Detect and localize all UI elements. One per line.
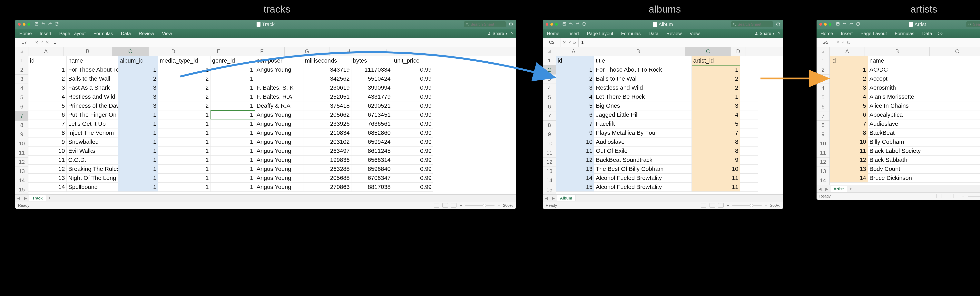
maximize-icon[interactable] (555, 23, 558, 26)
cell[interactable]: Balls to the Wall (67, 74, 118, 83)
cell[interactable]: Angus Young (255, 155, 304, 165)
ribbon-tab-view[interactable]: View (158, 31, 176, 36)
cell[interactable]: 1 (210, 164, 255, 174)
cell[interactable] (936, 65, 980, 74)
cell[interactable]: Inject The Venom (67, 128, 118, 138)
cell[interactable]: 2 (692, 83, 740, 93)
search-input[interactable] (464, 21, 506, 27)
cell[interactable]: The Best Of Billy Cobham (594, 164, 692, 174)
cell[interactable]: 1 (210, 128, 255, 138)
cell[interactable]: AC/DC (868, 65, 936, 74)
cell[interactable]: Alcohol Fueled Brewtality (594, 173, 692, 182)
row-header-3[interactable]: 3 (816, 75, 830, 84)
cell[interactable]: 263497 (304, 146, 352, 155)
cell[interactable]: 13 (556, 164, 594, 174)
cell[interactable]: 0.99 (392, 146, 433, 155)
zoom-out-icon[interactable]: − (727, 203, 729, 208)
ribbon-tab-view[interactable]: View (686, 31, 704, 36)
sheet-prev-icon[interactable]: ◀ (816, 187, 823, 191)
save-icon[interactable] (35, 22, 39, 27)
cell[interactable]: 1 (210, 155, 255, 165)
row-header-4[interactable]: 4 (543, 84, 556, 93)
header-cell[interactable]: name (67, 56, 118, 65)
col-header-D[interactable]: D (149, 47, 198, 56)
cell[interactable]: 2 (118, 74, 158, 83)
row-header-8[interactable]: 8 (15, 121, 29, 130)
search-input[interactable] (966, 21, 980, 27)
cell[interactable]: 13 (29, 173, 67, 182)
cell[interactable]: Alice In Chains (868, 101, 936, 110)
add-sheet-icon[interactable]: + (46, 196, 53, 200)
cell[interactable]: 1 (158, 137, 210, 147)
cell[interactable]: 4 (556, 92, 594, 101)
cell[interactable]: 1 (210, 182, 255, 192)
ribbon-tab-formulas[interactable]: Formulas (891, 31, 918, 36)
cell[interactable]: Angus Young (255, 146, 304, 155)
cell[interactable]: 1 (158, 146, 210, 155)
cell[interactable] (740, 155, 758, 165)
cell[interactable]: 3 (556, 83, 594, 93)
cell[interactable]: Night Of The Long Knives (67, 173, 118, 182)
accept-icon[interactable]: ✓ (40, 40, 44, 45)
cell[interactable]: Audioslave (594, 137, 692, 147)
row-header-14[interactable]: 14 (543, 176, 556, 185)
cell[interactable]: Accept (868, 74, 936, 83)
cell[interactable]: 1 (118, 128, 158, 138)
cell[interactable]: 1 (118, 155, 158, 165)
cell[interactable]: 263288 (304, 164, 352, 174)
cell[interactable]: 6 (556, 110, 594, 120)
cell[interactable] (740, 83, 758, 93)
cell[interactable]: Facelift (594, 119, 692, 128)
row-header-6[interactable]: 6 (816, 102, 830, 111)
cell[interactable]: 6706347 (352, 173, 392, 182)
save-icon[interactable] (836, 22, 840, 27)
cell[interactable]: 7 (692, 128, 740, 138)
cell[interactable]: 343719 (304, 65, 352, 74)
cell[interactable]: Aerosmith (868, 83, 936, 93)
cell[interactable]: Snowballed (67, 137, 118, 147)
ribbon-tab-data[interactable]: Data (117, 31, 135, 36)
row-header-12[interactable]: 12 (15, 157, 29, 167)
cell[interactable]: 230619 (304, 83, 352, 93)
row-header-14[interactable]: 14 (15, 176, 29, 185)
cell[interactable]: 342562 (304, 74, 352, 83)
col-header-A[interactable]: A (556, 47, 591, 56)
cell[interactable]: 5 (556, 101, 594, 110)
cell[interactable]: 1 (158, 65, 210, 74)
row-header-12[interactable]: 12 (816, 157, 830, 167)
cell[interactable]: Restless and Wild (67, 92, 118, 101)
cell[interactable] (740, 110, 758, 120)
cell[interactable]: Put The Finger On You (67, 110, 118, 120)
formula-input[interactable]: 1 (51, 40, 516, 45)
cell[interactable]: Billy Cobham (868, 137, 936, 147)
undo-icon[interactable] (569, 22, 573, 27)
cell[interactable]: Black Label Society (868, 146, 936, 155)
cell[interactable]: 1 (158, 182, 210, 192)
cell[interactable]: 2 (158, 101, 210, 110)
ribbon-tab-home[interactable]: Home (543, 31, 563, 36)
row-header-5[interactable]: 5 (15, 93, 29, 102)
cell[interactable]: Alcohol Fueled Brewtality (594, 182, 692, 192)
ribbon-tab-data[interactable]: Data (644, 31, 662, 36)
row-header-1[interactable]: 1 (15, 56, 29, 65)
zoom-slider[interactable] (465, 205, 495, 206)
row-header-15[interactable]: 15 (15, 185, 29, 194)
header-cell[interactable]: name (868, 56, 936, 65)
cell[interactable]: 6713451 (352, 110, 392, 120)
ribbon-tab-home[interactable]: Home (816, 31, 837, 36)
cell[interactable]: Alanis Morissette (868, 92, 936, 101)
cell[interactable]: F. Baltes, R.A (255, 92, 304, 101)
cell[interactable]: 6290521 (352, 101, 392, 110)
cell[interactable]: 0.99 (392, 83, 433, 93)
view-normal-icon[interactable] (434, 203, 439, 208)
cell[interactable]: 2 (556, 74, 594, 83)
cell[interactable]: 2 (158, 83, 210, 93)
share-button[interactable]: Share▾ (755, 31, 778, 36)
cell[interactable]: Spellbound (67, 182, 118, 192)
cell[interactable]: 1 (118, 119, 158, 128)
cell[interactable]: 2 (158, 74, 210, 83)
cell[interactable]: 14 (29, 182, 67, 192)
cell[interactable]: 199836 (304, 155, 352, 165)
repeat-icon[interactable] (856, 22, 860, 27)
cell[interactable]: 1 (210, 137, 255, 147)
